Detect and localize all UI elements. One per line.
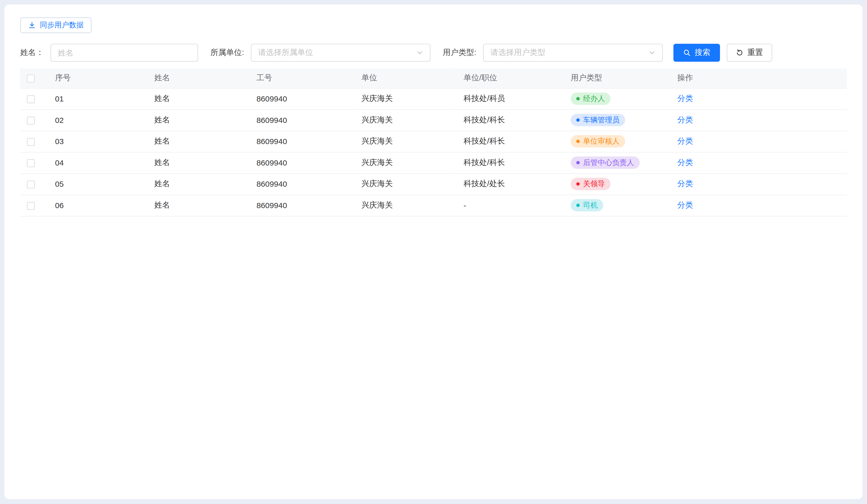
col-header-emp-id: 工号 (247, 68, 352, 88)
badge-dot (576, 97, 580, 100)
classify-link[interactable]: 分类 (677, 94, 693, 103)
filter-bar: 姓名： 所属单位: 请选择所属单位 用户类型: 请选择用户类型 (20, 44, 847, 62)
badge-label: 单位审核人 (583, 136, 620, 146)
user-type-badge: 司机 (571, 199, 603, 211)
row-no: 01 (55, 94, 64, 103)
type-select-placeholder: 请选择用户类型 (490, 48, 545, 58)
unit-label: 所属单位: (211, 48, 244, 58)
user-type-badge: 后管中心负责人 (571, 156, 640, 169)
viewport: 同步用户数据 姓名： 所属单位: 请选择所属单位 用户类型: 请选择用户类型 (0, 0, 867, 504)
name-input[interactable] (50, 44, 198, 62)
classify-link[interactable]: 分类 (677, 200, 693, 209)
row-checkbox[interactable] (27, 159, 35, 167)
type-select[interactable]: 请选择用户类型 (483, 44, 663, 62)
row-checkbox[interactable] (27, 138, 35, 146)
col-header-position: 单位/职位 (454, 68, 561, 88)
reset-button-label: 重置 (747, 48, 763, 58)
badge-dot (576, 140, 580, 143)
row-no: 02 (55, 116, 64, 124)
table-row: 05 姓名 8609940 兴庆海关 科技处/处长 关领导 分类 (20, 173, 847, 195)
search-icon (683, 49, 691, 56)
row-unit: 兴庆海关 (362, 157, 393, 166)
badge-dot (576, 118, 580, 122)
col-header-actions: 操作 (668, 68, 847, 88)
search-button-label: 搜索 (695, 48, 710, 58)
badge-label: 关领导 (583, 179, 605, 189)
row-name: 姓名 (154, 136, 170, 145)
classify-link[interactable]: 分类 (677, 157, 693, 166)
badge-dot (576, 161, 580, 164)
row-checkbox[interactable] (27, 96, 35, 103)
type-label: 用户类型: (443, 48, 477, 58)
sync-users-button[interactable]: 同步用户数据 (20, 17, 92, 33)
table-row: 03 姓名 8609940 兴庆海关 科技处/科长 单位审核人 分类 (20, 131, 847, 152)
row-name: 姓名 (154, 157, 170, 166)
row-no: 06 (55, 201, 64, 210)
name-label: 姓名： (20, 48, 44, 58)
content-card: 同步用户数据 姓名： 所属单位: 请选择所属单位 用户类型: 请选择用户类型 (4, 4, 862, 499)
classify-link[interactable]: 分类 (677, 136, 693, 145)
row-checkbox[interactable] (27, 202, 35, 210)
row-position: 科技处/科长 (463, 115, 505, 124)
row-no: 03 (55, 137, 64, 146)
row-checkbox[interactable] (27, 117, 35, 124)
reset-button[interactable]: 重置 (727, 44, 772, 62)
search-button[interactable]: 搜索 (673, 44, 720, 62)
badge-dot (576, 182, 580, 186)
col-header-unit: 单位 (352, 68, 454, 88)
row-position: 科技处/科员 (463, 94, 505, 103)
download-icon (28, 21, 36, 29)
row-emp-id: 8609940 (257, 116, 287, 124)
row-unit: 兴庆海关 (362, 115, 393, 124)
row-emp-id: 8609940 (257, 201, 287, 210)
row-position: 科技处/科长 (463, 136, 505, 145)
user-type-badge: 经办人 (571, 92, 610, 105)
sync-users-label: 同步用户数据 (40, 20, 84, 30)
select-all-checkbox[interactable] (27, 75, 35, 83)
chevron-down-icon (416, 49, 423, 56)
classify-link[interactable]: 分类 (677, 115, 693, 124)
row-checkbox[interactable] (27, 181, 35, 188)
reset-icon (736, 49, 743, 56)
row-name: 姓名 (154, 179, 170, 188)
row-name: 姓名 (154, 115, 170, 124)
badge-label: 车辆管理员 (583, 115, 620, 125)
user-type-badge: 单位审核人 (571, 135, 625, 148)
row-emp-id: 8609940 (257, 94, 287, 103)
row-no: 04 (55, 158, 64, 167)
row-position: 科技处/处长 (463, 179, 505, 188)
row-name: 姓名 (154, 200, 170, 209)
row-unit: 兴庆海关 (362, 136, 393, 145)
classify-link[interactable]: 分类 (677, 179, 693, 188)
users-table: 序号 姓名 工号 单位 单位/职位 用户类型 操作 01 姓名 8609940 … (20, 68, 847, 216)
row-emp-id: 8609940 (257, 158, 287, 167)
table-row: 01 姓名 8609940 兴庆海关 科技处/科员 经办人 分类 (20, 88, 847, 109)
badge-label: 司机 (583, 200, 598, 210)
user-type-badge: 关领导 (571, 178, 610, 190)
badge-dot (576, 204, 580, 207)
row-emp-id: 8609940 (257, 179, 287, 188)
badge-label: 经办人 (583, 94, 605, 104)
table-row: 06 姓名 8609940 兴庆海关 - 司机 分类 (20, 195, 847, 216)
table-body: 01 姓名 8609940 兴庆海关 科技处/科员 经办人 分类 02 姓名 8… (20, 88, 847, 216)
row-unit: 兴庆海关 (362, 94, 393, 103)
badge-label: 后管中心负责人 (583, 157, 634, 167)
row-unit: 兴庆海关 (362, 179, 393, 188)
row-position: 科技处/科长 (463, 157, 505, 166)
row-no: 05 (55, 179, 64, 188)
col-header-no: 序号 (46, 68, 145, 88)
row-unit: 兴庆海关 (362, 200, 393, 209)
unit-select[interactable]: 请选择所属单位 (251, 44, 430, 62)
table-header: 序号 姓名 工号 单位 单位/职位 用户类型 操作 (20, 68, 847, 88)
row-name: 姓名 (154, 94, 170, 103)
table-row: 02 姓名 8609940 兴庆海关 科技处/科长 车辆管理员 分类 (20, 109, 847, 131)
chevron-down-icon (649, 49, 655, 56)
col-header-user-type: 用户类型 (561, 68, 668, 88)
unit-select-placeholder: 请选择所属单位 (258, 48, 313, 58)
user-type-badge: 车辆管理员 (571, 114, 625, 126)
row-emp-id: 8609940 (257, 137, 287, 146)
row-position: - (463, 201, 466, 210)
col-header-name: 姓名 (146, 68, 247, 88)
table-row: 04 姓名 8609940 兴庆海关 科技处/科长 后管中心负责人 分类 (20, 152, 847, 174)
